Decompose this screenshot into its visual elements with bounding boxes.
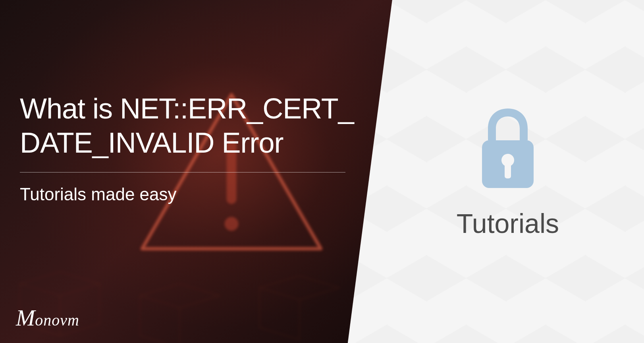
title-line-2: DATE_INVALID Error — [20, 127, 283, 159]
page-title: What is NET::ERR_CERT_ DATE_INVALID Erro… — [20, 91, 354, 160]
hero-text-block: What is NET::ERR_CERT_ DATE_INVALID Erro… — [20, 91, 354, 204]
page-subtitle: Tutorials made easy — [20, 184, 354, 204]
logo-mark: M — [16, 304, 34, 331]
banner-container: What is NET::ERR_CERT_ DATE_INVALID Erro… — [0, 0, 644, 343]
category-label: Tutorials — [457, 208, 559, 239]
lock-icon — [472, 105, 544, 192]
title-line-1: What is NET::ERR_CERT_ — [20, 93, 354, 124]
brand-logo: M onovm — [16, 304, 79, 331]
left-hero-panel: What is NET::ERR_CERT_ DATE_INVALID Erro… — [0, 0, 399, 343]
right-category-panel: Tutorials — [348, 0, 644, 343]
logo-wordmark: onovm — [35, 311, 79, 329]
title-divider — [20, 172, 345, 172]
